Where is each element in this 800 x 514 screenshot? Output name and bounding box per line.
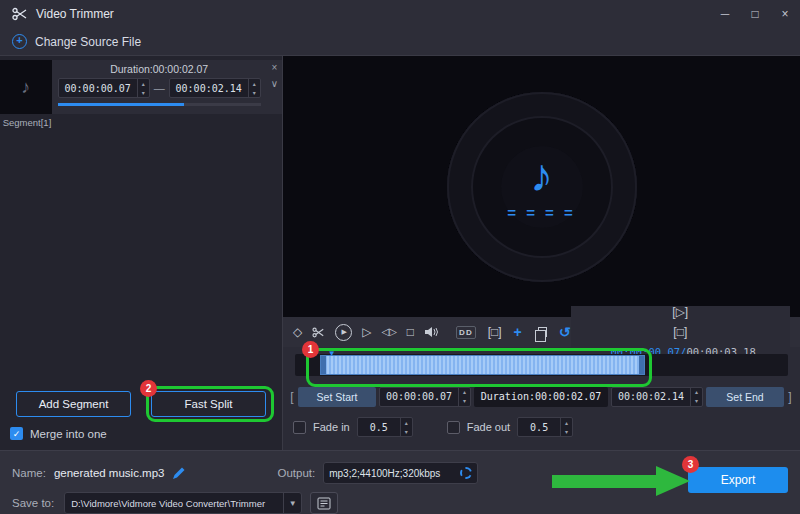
playhead-marker-icon[interactable]: ◇ xyxy=(293,326,302,338)
name-label: Name: xyxy=(12,467,46,479)
close-button[interactable]: × xyxy=(770,0,800,28)
add-segment-icon[interactable]: + xyxy=(514,325,522,339)
up-arrow-icon[interactable]: ▴ xyxy=(401,418,412,427)
fade-out-checkbox[interactable] xyxy=(447,421,460,434)
edit-name-pencil-icon[interactable] xyxy=(173,467,185,479)
up-arrow-icon[interactable]: ▴ xyxy=(249,79,260,88)
add-segment-button[interactable]: Add Segment xyxy=(16,391,131,417)
window-controls: ─ □ × xyxy=(710,0,800,28)
preview-panel: ♪ = = = = ◇ ▶ ▷ ◁▷ □ xyxy=(283,56,800,450)
segment-strip[interactable]: ♪ Duration:00:00:02.07 00:00:00.07 ▴▾ — … xyxy=(0,60,282,114)
trim-duration-label: Duration:00:00:02.07 xyxy=(474,387,608,407)
annotation-step-1-badge: 1 xyxy=(302,341,319,358)
spinner-arrows[interactable]: ▴▾ xyxy=(560,418,572,436)
segment-end-value: 00:00:02.14 xyxy=(170,79,248,97)
selection-left-handle[interactable] xyxy=(321,356,326,374)
window-title: Video Trimmer xyxy=(36,7,114,21)
segment-close-icon[interactable]: × xyxy=(271,62,277,73)
fade-in-value: 0.5 xyxy=(358,418,400,436)
copy-icon[interactable] xyxy=(538,327,547,337)
minimize-button[interactable]: ─ xyxy=(710,0,740,28)
trim-end-value: 00:00:02.14 xyxy=(612,388,690,406)
fade-controls-row: Fade in 0.5 ▴▾ Fade out 0.5 ▴▾ xyxy=(283,410,800,450)
next-frame-icon[interactable]: ▷ xyxy=(362,326,371,338)
merge-checkbox[interactable]: ✓ xyxy=(10,427,23,440)
fade-in-control: Fade in 0.5 ▴▾ xyxy=(293,417,413,437)
up-arrow-icon[interactable]: ▴ xyxy=(691,388,702,397)
segment-progress-fill xyxy=(58,103,184,106)
spinner-arrows[interactable]: ▴▾ xyxy=(248,79,260,97)
segment-end-spinner[interactable]: 00:00:02.14 ▴▾ xyxy=(169,78,261,98)
chevron-down-icon[interactable]: ▼ xyxy=(283,493,301,513)
maximize-button[interactable]: □ xyxy=(740,0,770,28)
down-arrow-icon[interactable]: ▾ xyxy=(138,88,149,97)
segment-times: 00:00:00.07 ▴▾ — 00:00:02.14 ▴▾ xyxy=(58,78,261,98)
browse-folder-button[interactable] xyxy=(310,492,338,514)
fast-split-button[interactable]: Fast Split xyxy=(151,391,266,417)
save-to-path: D:\Vidmore\Vidmore Video Converter\Trimm… xyxy=(65,493,283,513)
output-format-dropdown[interactable]: mp3;2;44100Hz;320kbps xyxy=(323,462,478,484)
play-icon: ▶ xyxy=(342,328,347,336)
up-arrow-icon[interactable]: ▴ xyxy=(459,388,470,397)
export-button[interactable]: Export xyxy=(688,467,788,493)
footer-bar: Name: generated music.mp3 Output: mp3;2;… xyxy=(0,450,800,514)
down-arrow-icon[interactable]: ▾ xyxy=(459,397,470,406)
duplicate-icon[interactable]: DD xyxy=(456,326,476,339)
down-arrow-icon[interactable]: ▾ xyxy=(691,397,702,406)
spinner-arrows[interactable]: ▴▾ xyxy=(690,388,702,406)
down-arrow-icon[interactable]: ▾ xyxy=(401,427,412,436)
trim-start-spinner[interactable]: 00:00:00.07 ▴▾ xyxy=(379,387,471,407)
timeline-selection[interactable] xyxy=(320,355,645,375)
timeline-row: ▼ xyxy=(283,347,800,383)
set-start-button[interactable]: Set Start xyxy=(298,387,376,407)
timeline-track[interactable]: ▼ xyxy=(295,354,788,376)
music-note-icon: ♪ xyxy=(530,152,553,198)
player-toolbar: ◇ ▶ ▷ ◁▷ □ DD [□] + ↺ xyxy=(283,317,800,347)
down-arrow-icon[interactable]: ▾ xyxy=(561,427,572,436)
fade-out-value: 0.5 xyxy=(518,418,560,436)
playhead-triangle-icon[interactable]: ▼ xyxy=(328,350,336,358)
source-bar: + Change Source File xyxy=(0,28,800,56)
up-arrow-icon[interactable]: ▴ xyxy=(138,79,149,88)
play-region-icon[interactable]: [▷] xyxy=(672,306,688,318)
set-end-button[interactable]: Set End xyxy=(706,387,784,407)
up-arrow-icon[interactable]: ▴ xyxy=(561,418,572,427)
right-bracket: ] xyxy=(787,390,793,404)
stop-icon[interactable]: □ xyxy=(407,326,414,338)
titlebar: Video Trimmer ─ □ × xyxy=(0,0,800,28)
change-source-button[interactable]: + Change Source File xyxy=(12,34,141,49)
gear-icon[interactable] xyxy=(460,467,472,479)
merge-into-one-row[interactable]: ✓ Merge into one xyxy=(0,427,282,450)
segment-start-spinner[interactable]: 00:00:00.07 ▴▾ xyxy=(58,78,150,98)
segment-thumbnail[interactable]: ♪ xyxy=(0,60,52,114)
range-dash: — xyxy=(154,82,165,94)
audio-disc-graphic: ♪ = = = = xyxy=(447,92,637,282)
spinner-arrows[interactable]: ▴▾ xyxy=(458,388,470,406)
fade-out-spinner[interactable]: 0.5 ▴▾ xyxy=(517,417,573,437)
output-label: Output: xyxy=(277,467,315,479)
fade-in-spinner[interactable]: 0.5 ▴▾ xyxy=(357,417,413,437)
segment-collapse-icon[interactable]: ∨ xyxy=(271,78,278,89)
fade-out-control: Fade out 0.5 ▴▾ xyxy=(447,417,573,437)
volume-icon[interactable] xyxy=(424,326,440,338)
spinner-arrows[interactable]: ▴▾ xyxy=(400,418,412,436)
down-arrow-icon[interactable]: ▾ xyxy=(249,88,260,97)
stop-region-icon[interactable]: [□] xyxy=(673,326,687,338)
reset-undo-icon[interactable]: ↺ xyxy=(559,325,571,339)
segment-list-empty-area xyxy=(0,128,282,391)
fade-in-checkbox[interactable] xyxy=(293,421,306,434)
video-trimmer-window: Video Trimmer ─ □ × + Change Source File… xyxy=(0,0,800,514)
selection-right-handle[interactable] xyxy=(639,356,644,374)
annotation-step-3-badge: 3 xyxy=(682,456,699,473)
snapshot-icon[interactable]: [□] xyxy=(488,326,502,338)
cut-scissors-icon[interactable] xyxy=(312,327,325,338)
spinner-arrows[interactable]: ▴▾ xyxy=(137,79,149,97)
play-button[interactable]: ▶ xyxy=(335,324,352,341)
trim-start-value: 00:00:00.07 xyxy=(380,388,458,406)
trim-end-spinner[interactable]: 00:00:02.14 ▴▾ xyxy=(611,387,703,407)
playback-group: ◇ ▶ ▷ ◁▷ □ xyxy=(293,324,440,341)
split-icon[interactable]: ◁▷ xyxy=(381,327,396,337)
save-to-dropdown[interactable]: D:\Vidmore\Vidmore Video Converter\Trimm… xyxy=(64,492,302,514)
left-bracket: [ xyxy=(289,390,295,404)
fade-in-label: Fade in xyxy=(313,421,350,433)
